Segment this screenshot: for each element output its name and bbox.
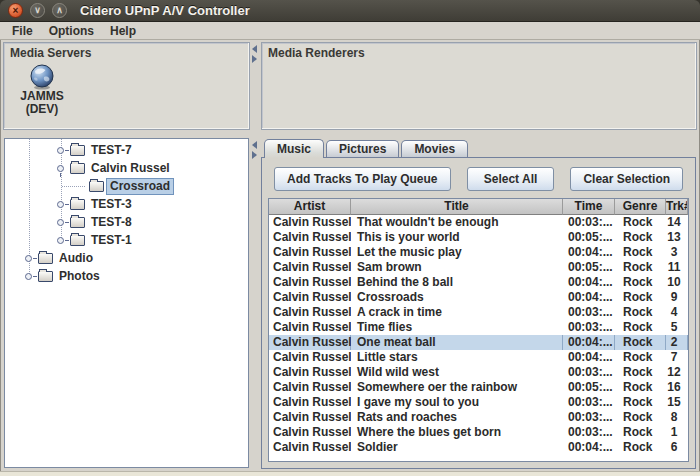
collapse-right-icon[interactable] xyxy=(252,55,257,63)
column-header[interactable]: Trk# xyxy=(666,199,688,215)
media-browser: Music Pictures Movies xyxy=(261,138,696,469)
folder-icon xyxy=(70,163,85,174)
cell-genre: Rock xyxy=(615,410,666,425)
tree-item[interactable]: Audio xyxy=(5,249,248,267)
action-button[interactable]: Add Tracks To Play Queue xyxy=(274,167,451,191)
table-row[interactable]: Calvin Russell That wouldn't be enough 0… xyxy=(269,215,688,230)
cell-time: 00:04:... xyxy=(563,290,615,305)
vertical-splitter-top[interactable] xyxy=(250,42,261,130)
cell-time: 00:04:... xyxy=(563,440,615,455)
table-row[interactable]: Calvin Russell A crack in time 00:03:...… xyxy=(269,305,688,320)
tab-item[interactable]: Pictures xyxy=(326,140,399,157)
cell-time: 00:03:... xyxy=(563,215,615,230)
tree-item-label: TEST-7 xyxy=(88,143,135,158)
cell-title: Where the blues get born xyxy=(351,425,563,440)
top-split-pane: Media Servers xyxy=(3,42,697,130)
column-header[interactable]: Genre xyxy=(615,199,666,215)
column-header[interactable]: Title xyxy=(351,199,563,215)
tree-item[interactable]: Calvin Russel xyxy=(5,159,248,177)
table-row[interactable]: Calvin Russell Time flies 00:03:... Rock… xyxy=(269,320,688,335)
tree-toggle-icon[interactable] xyxy=(23,270,36,283)
cell-artist: Calvin Russell xyxy=(269,425,351,440)
cell-track-number: 9 xyxy=(666,290,688,305)
tree-item[interactable]: Photos xyxy=(5,267,248,285)
menubar-item[interactable]: Help xyxy=(102,24,144,38)
tree-item-label: TEST-3 xyxy=(88,197,135,212)
vertical-splitter-bottom[interactable] xyxy=(250,138,261,469)
cell-artist: Calvin Russell xyxy=(269,260,351,275)
tree-item-label: Photos xyxy=(56,269,103,284)
table-row[interactable]: Calvin Russell Let the music play 00:04:… xyxy=(269,245,688,260)
collapse-left-icon[interactable] xyxy=(252,141,257,149)
cell-time: 00:04:... xyxy=(563,335,615,350)
table-row[interactable]: Calvin Russell Wild wild west 00:03:... … xyxy=(269,365,688,380)
tab-item[interactable]: Movies xyxy=(401,140,468,157)
tree-item[interactable]: Crossroad xyxy=(5,177,248,195)
cell-time: 00:03:... xyxy=(563,305,615,320)
window-control-button[interactable]: ∧ xyxy=(52,3,67,18)
cell-genre: Rock xyxy=(615,425,666,440)
table-row[interactable]: Calvin Russell Soldier 00:04:... Rock 6 xyxy=(269,440,688,455)
collapse-left-icon[interactable] xyxy=(252,45,257,53)
tab-item[interactable]: Music xyxy=(264,139,324,158)
menubar-item[interactable]: Options xyxy=(41,24,102,38)
cell-title: One meat ball xyxy=(351,335,563,350)
tracks-table: Artist Title Time Genre Trk# xyxy=(268,198,689,462)
cell-title: Time flies xyxy=(351,320,563,335)
cell-time: 00:03:... xyxy=(563,365,615,380)
tree-toggle-icon[interactable] xyxy=(55,216,68,229)
horizontal-splitter[interactable] xyxy=(3,130,697,138)
tab-label: Pictures xyxy=(339,142,386,156)
cell-track-number: 7 xyxy=(666,350,688,365)
tree-item[interactable]: TEST-7 xyxy=(5,141,248,159)
tree-toggle-icon[interactable] xyxy=(55,144,68,157)
tree-item-label: Audio xyxy=(56,251,96,266)
table-row[interactable]: Calvin Russell Behind the 8 ball 00:04:.… xyxy=(269,275,688,290)
folder-icon xyxy=(38,253,53,264)
table-row[interactable]: Calvin Russell This is your world 00:05:… xyxy=(269,230,688,245)
tree-toggle-icon[interactable] xyxy=(55,198,68,211)
window-control-button[interactable]: ∨ xyxy=(30,3,45,18)
tree-toggle-icon[interactable] xyxy=(23,252,36,265)
globe-icon xyxy=(12,64,72,90)
tree-toggle-icon[interactable] xyxy=(55,234,68,247)
tree-toggle-icon[interactable] xyxy=(74,180,87,193)
cell-title: Little stars xyxy=(351,350,563,365)
cell-time: 00:05:... xyxy=(563,230,615,245)
titlebar[interactable]: × ∨ ∧ Cidero UPnP A/V Controller xyxy=(0,0,700,22)
table-row[interactable]: Calvin Russell Sam brown 00:05:... Rock … xyxy=(269,260,688,275)
table-row[interactable]: Calvin Russell Little stars 00:04:... Ro… xyxy=(269,350,688,365)
table-row[interactable]: Calvin Russell Where the blues get born … xyxy=(269,425,688,440)
cell-track-number: 2 xyxy=(666,335,688,350)
table-row[interactable]: Calvin Russell One meat ball 00:04:... R… xyxy=(269,335,688,350)
table-row[interactable]: Calvin Russell Rats and roaches 00:03:..… xyxy=(269,410,688,425)
table-row[interactable]: Calvin Russell I gave my soul to you 00:… xyxy=(269,395,688,410)
table-row[interactable]: Calvin Russell Crossroads 00:04:... Rock… xyxy=(269,290,688,305)
window-control-button[interactable]: × xyxy=(8,3,23,18)
action-button[interactable]: Clear Selection xyxy=(570,167,683,191)
menubar-item[interactable]: File xyxy=(4,24,41,38)
cell-time: 00:03:... xyxy=(563,425,615,440)
action-button-row: Add Tracks To Play Queue Select All Clea… xyxy=(262,158,695,196)
cell-track-number: 6 xyxy=(666,440,688,455)
cell-title: Soldier xyxy=(351,440,563,455)
column-header[interactable]: Artist xyxy=(269,199,351,215)
cell-artist: Calvin Russell xyxy=(269,305,351,320)
tree-item[interactable]: TEST-1 xyxy=(5,231,248,249)
bottom-split-pane: TEST-7 Calvin Russel Crossroad xyxy=(3,138,697,469)
column-header[interactable]: Time xyxy=(563,199,615,215)
table-row[interactable]: Calvin Russell Somewhere oer the rainbow… xyxy=(269,380,688,395)
cell-time: 00:04:... xyxy=(563,350,615,365)
media-server-device[interactable]: JAMMS (DEV) xyxy=(12,64,72,116)
tree-toggle-icon[interactable] xyxy=(55,162,68,175)
tree-item[interactable]: TEST-8 xyxy=(5,213,248,231)
tree-item[interactable]: TEST-3 xyxy=(5,195,248,213)
folder-icon xyxy=(70,217,85,228)
cell-time: 00:04:... xyxy=(563,245,615,260)
device-variant: (DEV) xyxy=(12,103,72,116)
cell-track-number: 10 xyxy=(666,275,688,290)
cell-artist: Calvin Russell xyxy=(269,395,351,410)
action-button[interactable]: Select All xyxy=(467,167,555,191)
cell-genre: Rock xyxy=(615,245,666,260)
collapse-right-icon[interactable] xyxy=(252,151,257,159)
